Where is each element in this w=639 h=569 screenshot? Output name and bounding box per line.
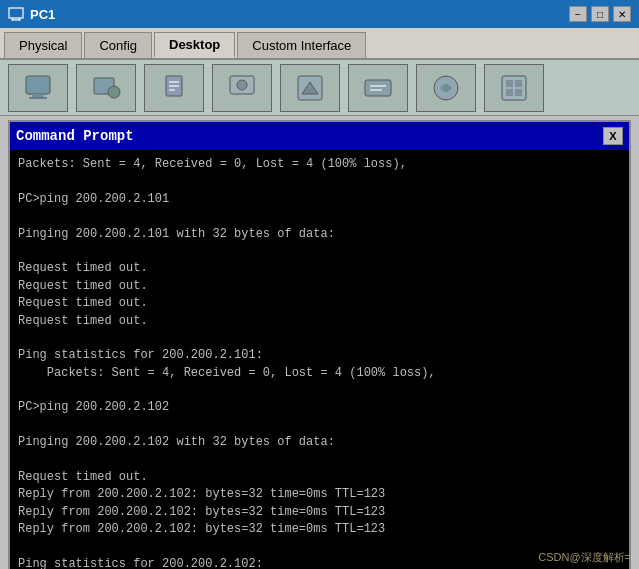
- app-icon-7: [430, 72, 462, 104]
- icon-box-7[interactable]: [416, 64, 476, 112]
- tab-config[interactable]: Config: [84, 32, 152, 58]
- icon-box-1[interactable]: [8, 64, 68, 112]
- svg-rect-21: [506, 80, 513, 87]
- tab-bar: Physical Config Desktop Custom Interface: [0, 28, 639, 60]
- svg-rect-4: [26, 76, 50, 94]
- cmd-window: Command Prompt X Packets: Sent = 4, Rece…: [8, 120, 631, 569]
- svg-rect-23: [506, 89, 513, 96]
- cmd-titlebar: Command Prompt X: [10, 122, 629, 150]
- icon-box-3[interactable]: [144, 64, 204, 112]
- app-icon-5: [294, 72, 326, 104]
- svg-point-8: [108, 86, 120, 98]
- icon-box-8[interactable]: [484, 64, 544, 112]
- cmd-close-button[interactable]: X: [603, 127, 623, 145]
- pc-icon: [8, 6, 24, 22]
- minimize-button[interactable]: −: [569, 6, 587, 22]
- terminal-output[interactable]: Packets: Sent = 4, Received = 0, Lost = …: [10, 150, 629, 569]
- svg-point-14: [237, 80, 247, 90]
- tab-custom-interface[interactable]: Custom Interface: [237, 32, 366, 58]
- app-icon-6: [362, 72, 394, 104]
- title-controls: − □ ✕: [569, 6, 631, 22]
- svg-rect-20: [502, 76, 526, 100]
- svg-rect-24: [515, 89, 522, 96]
- icon-row: [0, 60, 639, 116]
- tab-physical[interactable]: Physical: [4, 32, 82, 58]
- icon-box-4[interactable]: [212, 64, 272, 112]
- title-bar: PC1 − □ ✕: [0, 0, 639, 28]
- icon-box-2[interactable]: [76, 64, 136, 112]
- icon-box-6[interactable]: [348, 64, 408, 112]
- title-bar-left: PC1: [8, 6, 55, 22]
- app-icon-3: [158, 72, 190, 104]
- app-icon-8: [498, 72, 530, 104]
- close-button[interactable]: ✕: [613, 6, 631, 22]
- svg-rect-22: [515, 80, 522, 87]
- maximize-button[interactable]: □: [591, 6, 609, 22]
- cmd-title-text: Command Prompt: [16, 128, 134, 144]
- svg-rect-5: [32, 94, 44, 97]
- svg-rect-16: [365, 80, 391, 96]
- window-title: PC1: [30, 7, 55, 22]
- svg-rect-0: [9, 8, 23, 18]
- watermark: CSDN@深度解析=: [538, 550, 631, 565]
- icon-box-5[interactable]: [280, 64, 340, 112]
- app-icon-2: [90, 72, 122, 104]
- svg-rect-6: [29, 97, 47, 99]
- tab-desktop[interactable]: Desktop: [154, 32, 235, 58]
- app-icon-4: [226, 72, 258, 104]
- app-icon-1: [22, 72, 54, 104]
